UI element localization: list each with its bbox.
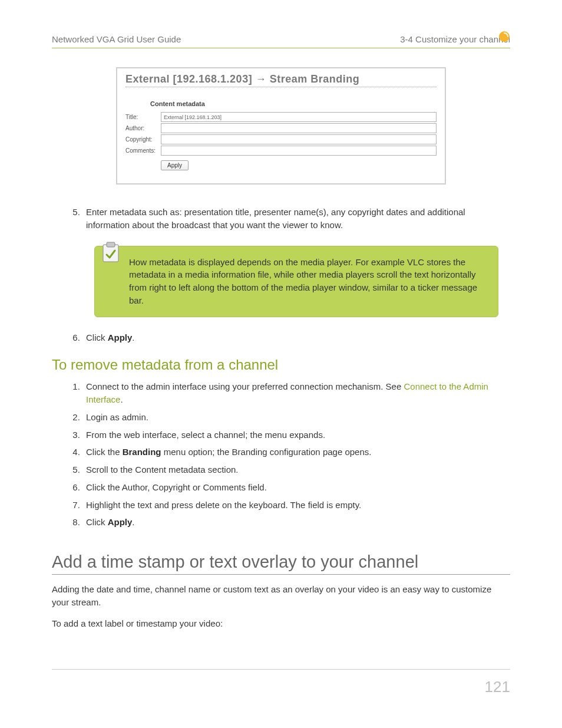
clipboard-icon xyxy=(95,242,127,307)
rs1-b: . xyxy=(120,394,123,404)
overlay-lead-in: To add a text label or timestamp your vi… xyxy=(52,617,510,630)
rs8-c: . xyxy=(132,517,134,527)
field-comments-label: Comments: xyxy=(125,147,158,154)
step-6-bold: Apply xyxy=(108,332,133,342)
remove-step-1: Connect to the admin interface using you… xyxy=(82,380,510,406)
screenshot-section-label: Content metadata xyxy=(150,100,437,107)
field-copyright-row: Copyright: xyxy=(125,134,437,144)
arrow-icon: → xyxy=(256,73,270,85)
remove-steps-list: Connect to the admin interface using you… xyxy=(52,380,510,529)
rs4-bold: Branding xyxy=(123,447,161,457)
remove-step-6: Click the Author, Copyright or Comments … xyxy=(82,481,510,494)
remove-step-2: Login as admin. xyxy=(82,411,510,424)
header-right: 3-4 Customize your channel xyxy=(400,34,510,44)
apply-button[interactable]: Apply xyxy=(161,160,189,170)
step-6-text-a: Click xyxy=(86,332,108,342)
page-header: Networked VGA Grid User Guide 3-4 Custom… xyxy=(52,34,510,48)
brand-icon xyxy=(498,31,510,42)
note-callout: How metadata is displayed depends on the… xyxy=(94,246,498,317)
field-copyright-label: Copyright: xyxy=(125,136,158,143)
screenshot-title-dest: Stream Branding xyxy=(270,73,360,85)
field-author-row: Author: xyxy=(125,123,437,133)
rs4-a: Click the xyxy=(86,447,123,457)
rs8-a: Click xyxy=(86,517,108,527)
page-footer: 121 xyxy=(52,669,510,696)
step-5: Enter metadata such as: presentation tit… xyxy=(82,206,510,232)
screenshot-title-source: External [192.168.1.203] xyxy=(125,73,252,85)
header-left: Networked VGA Grid User Guide xyxy=(52,34,181,44)
field-comments-row: Comments: xyxy=(125,146,437,156)
remove-step-8: Click Apply. xyxy=(82,516,510,529)
copyright-input[interactable] xyxy=(161,134,437,144)
field-title-label: Title: xyxy=(125,114,158,120)
subheading-remove-metadata: To remove metadata from a channel xyxy=(52,357,510,373)
rs8-bold: Apply xyxy=(108,517,133,527)
svg-rect-2 xyxy=(107,242,115,247)
embedded-screenshot: External [192.168.1.203] → Stream Brandi… xyxy=(116,67,446,185)
rs1-a: Connect to the admin interface using you… xyxy=(86,381,404,391)
field-author-label: Author: xyxy=(125,125,158,131)
author-input[interactable] xyxy=(161,123,437,133)
callout-text: How metadata is displayed depends on the… xyxy=(127,256,486,307)
overlay-intro: Adding the date and time, channel name o… xyxy=(52,583,510,609)
step-6-text-c: . xyxy=(132,332,134,342)
field-title-row: Title: xyxy=(125,112,437,122)
remove-step-7: Highlight the text and press delete on t… xyxy=(82,499,510,512)
steps-list-continued-2: Click Apply. xyxy=(52,331,510,344)
step-5-text: Enter metadata such as: presentation tit… xyxy=(86,207,465,230)
steps-list-continued: Enter metadata such as: presentation tit… xyxy=(52,206,510,232)
page-number: 121 xyxy=(485,678,510,696)
heading-timestamp-overlay: Add a time stamp or text overlay to your… xyxy=(52,552,510,575)
step-6: Click Apply. xyxy=(82,331,510,344)
remove-step-4: Click the Branding menu option; the Bran… xyxy=(82,446,510,459)
comments-input[interactable] xyxy=(161,146,437,156)
remove-step-5: Scroll to the Content metadata section. xyxy=(82,463,510,476)
remove-step-3: From the web interface, select a channel… xyxy=(82,429,510,442)
screenshot-title: External [192.168.1.203] → Stream Brandi… xyxy=(125,73,437,87)
title-input[interactable] xyxy=(161,112,437,122)
rs4-c: menu option; the Branding configuration … xyxy=(161,447,372,457)
